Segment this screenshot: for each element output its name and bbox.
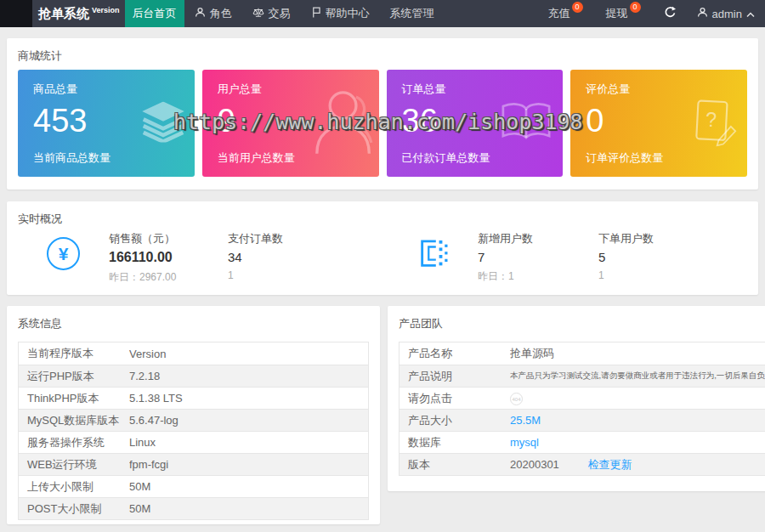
nav-label: 后台首页 [133, 6, 177, 21]
metric-sub: 昨日：2967.00 [109, 270, 228, 285]
svg-text:?: ? [706, 109, 717, 131]
stat-cards-row: 商品总量 453 当前商品总数量 用户总量 9 当前用户总数量 [7, 64, 758, 190]
nav-item-trade[interactable]: 交易 [242, 0, 301, 27]
nav-item-roles[interactable]: 角色 [184, 0, 242, 27]
metric-sub: 1 [228, 269, 416, 281]
product-team-title: 产品团队 [388, 306, 765, 331]
navbar-right: 充值 0 提现 0 admin [538, 0, 765, 27]
realtime-panel: 实时概况 ¥ 销售额（元） 166110.00 昨日：2967.00 支付订单数… [7, 201, 758, 295]
layers-icon [142, 102, 184, 145]
system-info-table: 当前程序版本 Version 运行PHP版本 7.2.18 ThinkPHP版本… [18, 342, 369, 520]
withdraw-count-badge: 0 [630, 2, 641, 13]
table-row: 产品大小 25.5M [400, 409, 765, 431]
mall-stats-title: 商城统计 [7, 38, 758, 64]
product-team-panel: 产品团队 产品名称 抢单源码 产品说明 本产品只为学习测试交流,请勿要做商业或者… [388, 306, 765, 491]
admin-username: admin [712, 8, 742, 20]
card-label: 商品总量 [33, 82, 179, 97]
product-team-table: 产品名称 抢单源码 产品说明 本产品只为学习测试交流,请勿要做商业或者用于违法行… [399, 342, 765, 476]
stat-card-orders: 订单总量 36 已付款订单总数量 [387, 70, 564, 177]
version-value: 20200301 [510, 458, 559, 471]
nav-label: 角色 [210, 6, 232, 21]
table-row: 上传大小限制 50M [19, 475, 368, 497]
metric-sub: 昨日：1 [478, 269, 598, 284]
recharge-button[interactable]: 充值 0 [538, 0, 596, 27]
nav-label: 系统管理 [390, 6, 434, 21]
metric-label: 销售额（元） [109, 231, 228, 246]
card-sublabel: 订单评价总数量 [586, 150, 663, 166]
table-row: 产品说明 本产品只为学习测试交流,请勿要做商业或者用于违法行为,一切后果自负 [400, 365, 765, 387]
metric-label: 新增用户数 [478, 231, 598, 246]
app-logo [0, 0, 32, 27]
doc-question-icon: ? [693, 98, 737, 150]
scales-icon [252, 7, 264, 20]
metric-value: 166110.00 [109, 250, 228, 265]
nav-item-dashboard[interactable]: 后台首页 [125, 0, 184, 27]
stat-card-products: 商品总量 453 当前商品总数量 [18, 70, 195, 177]
flag-icon [311, 7, 321, 20]
metric-ordering-users: 下单用户数 5 1 [598, 231, 654, 281]
table-row: ThinkPHP版本 5.1.38 LTS [19, 387, 368, 409]
realtime-row: ¥ 销售额（元） 166110.00 昨日：2967.00 支付订单数 34 1 [7, 227, 758, 285]
table-row: 数据库 mysql [400, 431, 765, 453]
check-update-link[interactable]: 检查更新 [587, 458, 632, 471]
system-info-title: 系统信息 [7, 306, 380, 331]
card-sublabel: 已付款订单总数量 [402, 150, 490, 166]
system-info-panel: 系统信息 当前程序版本 Version 运行PHP版本 7.2.18 Think… [7, 306, 380, 524]
book-icon [500, 100, 552, 147]
recharge-label: 充值 [548, 6, 570, 21]
table-row: 运行PHP版本 7.2.18 [19, 365, 368, 387]
card-sublabel: 当前用户总数量 [218, 150, 295, 166]
nav-item-system[interactable]: 系统管理 [380, 0, 445, 27]
brand-title: 抢单系统 [38, 6, 89, 22]
metric-value: 5 [598, 250, 654, 264]
nav-item-help-center[interactable]: 帮助中心 [301, 0, 380, 27]
metric-value: 7 [478, 250, 598, 264]
main-menu: 后台首页 角色 交易 [125, 0, 445, 27]
card-label: 订单总量 [402, 82, 548, 97]
database-link[interactable]: mysql [510, 436, 765, 449]
table-row: 请勿点击 404 [400, 387, 765, 409]
metric-paid-orders: 支付订单数 34 1 [228, 231, 416, 281]
refresh-icon [664, 6, 677, 21]
metric-label: 支付订单数 [228, 231, 416, 246]
admin-menu[interactable]: admin [687, 0, 765, 27]
nav-label: 帮助中心 [326, 6, 370, 21]
table-row: POST大小限制 50M [19, 497, 368, 519]
table-row: 产品名称 抢单源码 [400, 342, 765, 365]
metric-value: 34 [228, 250, 416, 264]
person-icon [306, 86, 376, 161]
product-size-link[interactable]: 25.5M [510, 414, 765, 427]
metric-sales: 销售额（元） 166110.00 昨日：2967.00 [109, 231, 228, 285]
stat-card-reviews: 评价总量 0 订单评价总数量 ? [570, 70, 747, 177]
withdraw-button[interactable]: 提现 0 [596, 0, 654, 27]
table-row: 服务器操作系统 Linux [19, 431, 368, 453]
user-icon [195, 7, 206, 20]
top-navbar: 抢单系统 Version 后台首页 角色 交易 [0, 0, 765, 27]
chevron-up-icon [746, 8, 755, 20]
brand-version: Version [92, 6, 120, 14]
brand: 抢单系统 Version [32, 0, 125, 27]
table-row: WEB运行环境 fpm-fcgi [19, 453, 368, 475]
recharge-count-badge: 0 [572, 2, 583, 13]
bottom-row: 系统信息 当前程序版本 Version 运行PHP版本 7.2.18 Think… [7, 306, 758, 524]
table-row: 版本 20200301 检查更新 [400, 453, 765, 475]
refresh-button[interactable] [654, 0, 687, 27]
table-row: 当前程序版本 Version [19, 342, 368, 365]
yen-icon: ¥ [47, 237, 80, 270]
user-icon [697, 7, 708, 20]
new-users-icon [416, 237, 449, 275]
card-sublabel: 当前商品总数量 [33, 150, 110, 166]
page-content: 商城统计 商品总量 453 当前商品总数量 用户总量 9 当前用 [0, 27, 765, 524]
withdraw-label: 提现 [606, 6, 628, 21]
nav-label: 交易 [269, 6, 291, 21]
do-not-click-badge[interactable]: 404 [510, 393, 523, 405]
card-label: 评价总量 [586, 82, 732, 97]
metric-label: 下单用户数 [598, 231, 654, 246]
mall-stats-panel: 商城统计 商品总量 453 当前商品总数量 用户总量 9 当前用 [7, 38, 758, 190]
table-row: MySQL数据库版本 5.6.47-log [19, 409, 368, 431]
metric-new-users: 新增用户数 7 昨日：1 [478, 231, 598, 284]
realtime-title: 实时概况 [7, 201, 758, 227]
metric-sub: 1 [598, 269, 654, 281]
stat-card-users: 用户总量 9 当前用户总数量 [202, 70, 379, 177]
